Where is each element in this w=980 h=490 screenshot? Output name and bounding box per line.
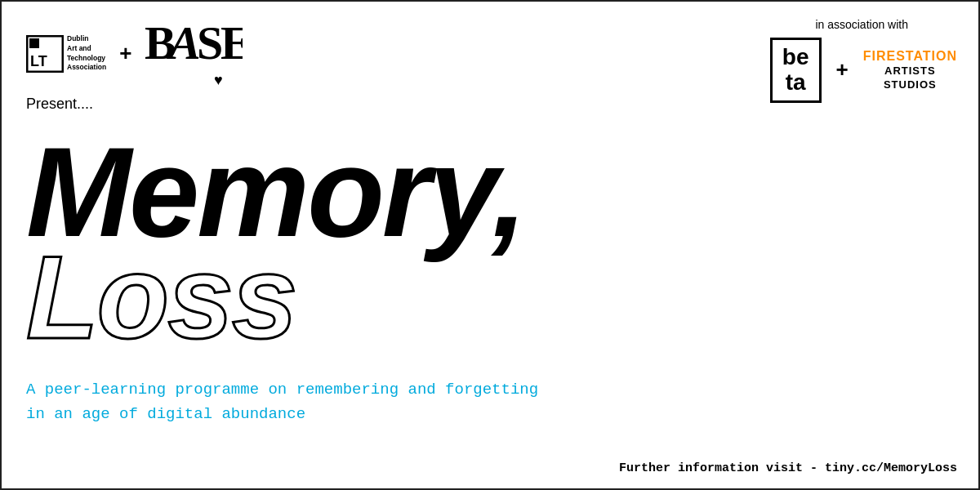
plus-icon-2: + bbox=[836, 57, 849, 82]
subtitle-line1: A peer-learning programme on remembering… bbox=[26, 378, 538, 402]
subtitle-block: A peer-learning programme on remembering… bbox=[26, 378, 538, 426]
present-text: Present.... bbox=[26, 96, 93, 113]
left-logos: LT Dublin Art and Technology Association… bbox=[26, 18, 243, 113]
dta-logo: LT Dublin Art and Technology Association bbox=[26, 34, 106, 74]
left-logos-row: LT Dublin Art and Technology Association… bbox=[26, 18, 243, 89]
svg-rect-1 bbox=[29, 38, 39, 48]
firestation-line3: STUDIOS bbox=[863, 78, 957, 92]
plus-icon-1: + bbox=[119, 41, 131, 66]
right-logos-row: be ta + FIRESTATION ARTISTS STUDIOS bbox=[770, 38, 957, 103]
base-logo-block: B A S E ♥ bbox=[145, 18, 243, 89]
firestation-line2: ARTISTS bbox=[863, 65, 957, 78]
dta-icon: LT bbox=[26, 35, 64, 73]
header: LT Dublin Art and Technology Association… bbox=[26, 18, 957, 113]
base-svg: B A S E bbox=[145, 18, 243, 64]
right-area: in association with be ta + FIRESTATION … bbox=[770, 18, 957, 103]
footer-info: Further information visit - tiny.cc/Memo… bbox=[619, 461, 957, 475]
svg-text:LT: LT bbox=[30, 53, 47, 69]
beta-logo: be ta bbox=[770, 38, 822, 103]
in-association-text: in association with bbox=[815, 18, 908, 31]
heart-icon: ♥ bbox=[194, 72, 243, 89]
subtitle-line2: in an age of digital abundance bbox=[26, 403, 538, 426]
base-logo-text: B A S E bbox=[145, 18, 243, 70]
page-container: LT Dublin Art and Technology Association… bbox=[2, 2, 980, 490]
svg-text:E: E bbox=[220, 18, 243, 64]
main-title-block: Memory, Loss bbox=[26, 132, 525, 351]
firestation-logo: FIRESTATION ARTISTS STUDIOS bbox=[863, 48, 957, 93]
dta-text: Dublin Art and Technology Association bbox=[67, 34, 106, 74]
firestation-line1: FIRESTATION bbox=[863, 48, 957, 65]
